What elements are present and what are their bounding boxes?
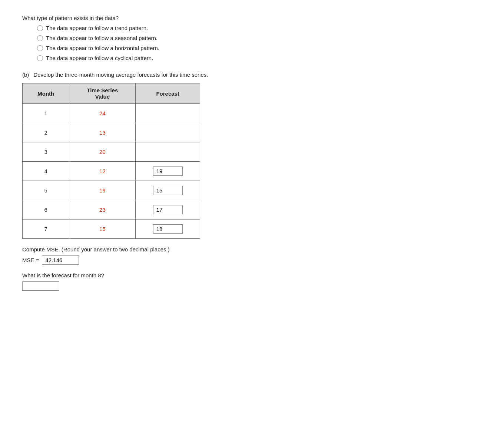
cell-value-4: 12	[69, 162, 136, 181]
col-header-month: Month	[23, 83, 69, 104]
cell-month-2: 2	[23, 123, 69, 142]
forecast-input-7[interactable]	[153, 224, 183, 234]
radio-item-3[interactable]: The data appear to follow a horizontal p…	[37, 45, 482, 51]
forecast-input-4[interactable]	[153, 166, 183, 176]
part-b-header: (b) Develop the three-month moving avera…	[22, 72, 482, 78]
radio-circle-3	[37, 45, 43, 51]
cell-month-4: 4	[23, 162, 69, 181]
cell-forecast-4[interactable]	[136, 162, 200, 181]
cell-value-6: 23	[69, 200, 136, 220]
radio-label-2: The data appear to follow a seasonal pat…	[46, 35, 158, 41]
cell-forecast-5[interactable]	[136, 181, 200, 200]
cell-forecast-3	[136, 142, 200, 162]
mse-section: Compute MSE. (Round your answer to two d…	[22, 246, 482, 265]
forecast-input-6[interactable]	[153, 205, 183, 214]
cell-forecast-2	[136, 123, 200, 142]
table-row: 2 13	[23, 123, 200, 142]
cell-value-5: 19	[69, 181, 136, 200]
cell-month-6: 6	[23, 200, 69, 220]
part-b-label: (b)	[22, 72, 29, 78]
cell-forecast-6[interactable]	[136, 200, 200, 220]
question-a: What type of pattern exists in the data?…	[22, 15, 482, 61]
question-a-text: What type of pattern exists in the data?	[22, 15, 482, 21]
radio-label-3: The data appear to follow a horizontal p…	[46, 45, 159, 51]
cell-month-5: 5	[23, 181, 69, 200]
part-b-text: Develop the three-month moving average f…	[33, 72, 208, 78]
radio-item-4[interactable]: The data appear to follow a cyclical pat…	[37, 55, 482, 61]
table-row: 6 23	[23, 200, 200, 220]
mse-eq-label: MSE =	[22, 257, 39, 263]
radio-group: The data appear to follow a trend patter…	[37, 25, 482, 61]
radio-circle-1	[37, 25, 43, 31]
cell-value-2: 13	[69, 123, 136, 142]
col-header-timeseries: Time SeriesValue	[69, 83, 136, 104]
cell-value-3: 20	[69, 142, 136, 162]
mse-line: MSE =	[22, 255, 482, 265]
month8-label: What is the forecast for month 8?	[22, 272, 104, 278]
cell-month-3: 3	[23, 142, 69, 162]
radio-label-1: The data appear to follow a trend patter…	[46, 25, 148, 31]
table-row: 5 19	[23, 181, 200, 200]
cell-value-7: 15	[69, 220, 136, 239]
cell-forecast-7[interactable]	[136, 220, 200, 239]
cell-month-1: 1	[23, 104, 69, 123]
forecast-table: Month Time SeriesValue Forecast 1 24 2 1…	[22, 83, 200, 239]
radio-item-1[interactable]: The data appear to follow a trend patter…	[37, 25, 482, 31]
radio-circle-2	[37, 35, 43, 41]
month8-section: What is the forecast for month 8?	[22, 272, 482, 291]
month8-forecast-input[interactable]	[22, 281, 59, 291]
radio-label-4: The data appear to follow a cyclical pat…	[46, 55, 153, 61]
cell-month-7: 7	[23, 220, 69, 239]
forecast-input-5[interactable]	[153, 186, 183, 195]
cell-value-1: 24	[69, 104, 136, 123]
mse-input[interactable]	[42, 255, 79, 265]
table-row: 1 24	[23, 104, 200, 123]
table-row: 3 20	[23, 142, 200, 162]
table-row: 7 15	[23, 220, 200, 239]
table-row: 4 12	[23, 162, 200, 181]
radio-circle-4	[37, 55, 43, 61]
mse-compute-label: Compute MSE. (Round your answer to two d…	[22, 246, 482, 252]
question-b: (b) Develop the three-month moving avera…	[22, 72, 482, 291]
col-header-forecast: Forecast	[136, 83, 200, 104]
cell-forecast-1	[136, 104, 200, 123]
radio-item-2[interactable]: The data appear to follow a seasonal pat…	[37, 35, 482, 41]
